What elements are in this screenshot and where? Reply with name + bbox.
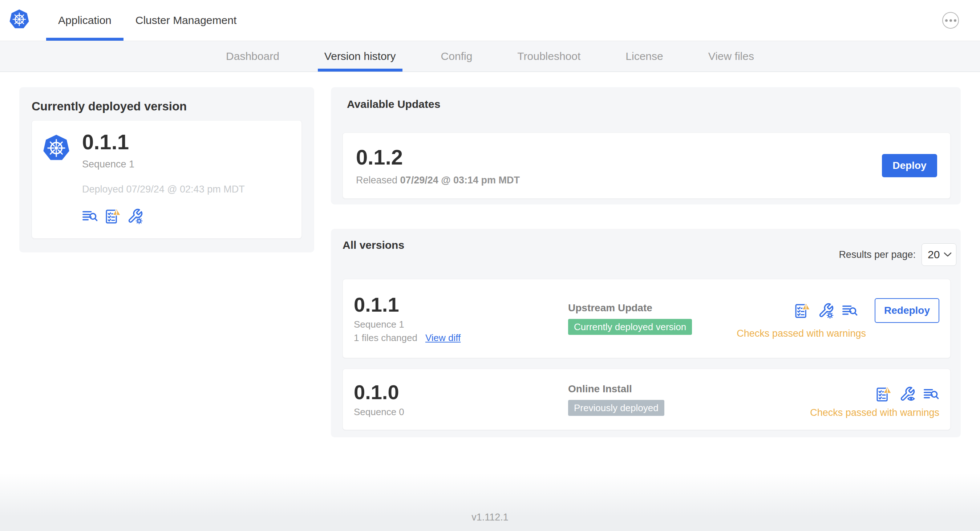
- current-version-actions: [82, 208, 245, 224]
- config-gear-icon[interactable]: [818, 302, 834, 318]
- current-sequence: Sequence 1: [82, 159, 245, 170]
- currently-deployed-card: Currently deployed version 0.1.1 Sequenc…: [19, 87, 314, 253]
- row-source-block: Online Install Previously deployed: [568, 383, 810, 416]
- tab-troubleshoot[interactable]: Troubleshoot: [495, 41, 603, 72]
- row-source-label: Upstream Update: [568, 302, 737, 314]
- available-updates-title: Available Updates: [347, 98, 961, 110]
- update-version-number: 0.1.2: [356, 145, 520, 170]
- tab-version-history[interactable]: Version history: [302, 41, 418, 72]
- all-versions-card: All versions Results per page: 20 0.1.1 …: [331, 229, 961, 437]
- tab-view-files-label: View files: [708, 50, 754, 62]
- tab-dashboard-label: Dashboard: [226, 50, 279, 62]
- tab-application-label: Application: [58, 14, 111, 27]
- tab-view-files[interactable]: View files: [686, 41, 776, 72]
- config-gear-icon[interactable]: [127, 208, 143, 224]
- dot: [945, 19, 948, 22]
- row-source-label: Online Install: [568, 383, 810, 395]
- tab-cluster-management[interactable]: Cluster Management: [124, 0, 248, 41]
- tab-dashboard[interactable]: Dashboard: [204, 41, 302, 72]
- available-updates-card: Available Updates 0.1.2 Released 07/29/2…: [331, 87, 961, 205]
- tab-license[interactable]: License: [603, 41, 686, 72]
- row-version-number: 0.1.0: [354, 381, 568, 404]
- tab-config-label: Config: [441, 50, 473, 62]
- row-actions-block: Checks passed with warnings: [810, 386, 939, 418]
- tab-license-label: License: [625, 50, 663, 62]
- logs-icon[interactable]: [82, 208, 98, 224]
- row-sequence: Sequence 0: [354, 406, 568, 418]
- tab-cluster-management-label: Cluster Management: [135, 14, 237, 27]
- current-deployed-timestamp: Deployed 07/29/24 @ 02:43 pm MDT: [82, 184, 245, 195]
- dot: [954, 19, 956, 22]
- top-tabs: Application Cluster Management: [46, 0, 248, 41]
- row-actions: Redeploy: [794, 298, 939, 323]
- results-per-page: Results per page: 20: [839, 243, 956, 266]
- redeploy-button[interactable]: Redeploy: [875, 298, 939, 323]
- active-tab-underline: [46, 38, 124, 41]
- row-actions-block: Redeploy Checks passed with warnings: [737, 298, 939, 339]
- current-version-panel: 0.1.1 Sequence 1 Deployed 07/29/24 @ 02:…: [32, 120, 302, 238]
- preflight-checks-status[interactable]: Checks passed with warnings: [737, 328, 866, 339]
- row-actions: [875, 386, 939, 402]
- update-row: 0.1.2 Released 07/29/24 @ 03:14 pm MDT D…: [342, 133, 951, 199]
- status-badge: Previously deployed: [568, 400, 664, 416]
- preflight-warning-icon[interactable]: [875, 386, 891, 402]
- console-version: v1.112.1: [471, 512, 509, 523]
- app-kubernetes-logo-icon: [42, 134, 70, 164]
- preflight-warning-icon[interactable]: [105, 208, 121, 224]
- logs-icon[interactable]: [923, 386, 939, 402]
- kots-admin-console: { "topbar": { "app_tab": "Application", …: [0, 0, 980, 531]
- tab-version-history-label: Version history: [325, 50, 396, 62]
- chevron-down-icon: [944, 252, 952, 257]
- update-released-line: Released 07/29/24 @ 03:14 pm MDT: [356, 175, 520, 186]
- footer: v1.112.1: [0, 473, 980, 531]
- results-per-page-value: 20: [928, 248, 940, 261]
- results-per-page-select[interactable]: 20: [921, 243, 956, 266]
- config-view-icon[interactable]: [899, 386, 915, 402]
- app-section-tabs: Dashboard Version history Config Trouble…: [0, 41, 980, 72]
- currently-deployed-title: Currently deployed version: [32, 100, 314, 113]
- current-version-number: 0.1.1: [82, 130, 245, 154]
- row-sequence: Sequence 1: [354, 319, 568, 330]
- files-changed-text: 1 files changed: [354, 332, 417, 343]
- kubernetes-logo-icon: [9, 8, 30, 32]
- active-tab-underline: [318, 68, 402, 72]
- status-badge: Currently deployed version: [568, 319, 692, 335]
- dot: [950, 19, 952, 22]
- released-date: 07/29/24 @ 03:14 pm MDT: [400, 175, 520, 186]
- update-details: 0.1.2 Released 07/29/24 @ 03:14 pm MDT: [356, 145, 520, 186]
- tab-troubleshoot-label: Troubleshoot: [517, 50, 581, 62]
- results-per-page-label: Results per page:: [839, 249, 916, 261]
- row-version-info: 0.1.1 Sequence 1 1 files changed View di…: [354, 294, 568, 343]
- logs-icon[interactable]: [842, 302, 858, 318]
- row-source-block: Upstream Update Currently deployed versi…: [568, 302, 737, 335]
- view-diff-link[interactable]: View diff: [425, 332, 461, 343]
- preflight-warning-icon[interactable]: [794, 302, 810, 318]
- released-label: Released: [356, 175, 398, 186]
- top-navigation-bar: Application Cluster Management: [0, 0, 980, 41]
- current-version-details: 0.1.1 Sequence 1 Deployed 07/29/24 @ 02:…: [82, 129, 245, 230]
- row-version-info: 0.1.0 Sequence 0: [354, 381, 568, 418]
- row-version-number: 0.1.1: [354, 294, 568, 316]
- version-row-0-1-0: 0.1.0 Sequence 0 Online Install Previous…: [342, 369, 951, 430]
- version-row-0-1-1: 0.1.1 Sequence 1 1 files changed View di…: [342, 279, 951, 358]
- tab-application[interactable]: Application: [46, 0, 124, 41]
- row-files-changed: 1 files changed View diff: [354, 332, 568, 343]
- deploy-button[interactable]: Deploy: [882, 154, 937, 177]
- tab-config[interactable]: Config: [418, 41, 495, 72]
- ellipsis-menu-icon[interactable]: [942, 12, 959, 29]
- preflight-checks-status[interactable]: Checks passed with warnings: [810, 407, 939, 418]
